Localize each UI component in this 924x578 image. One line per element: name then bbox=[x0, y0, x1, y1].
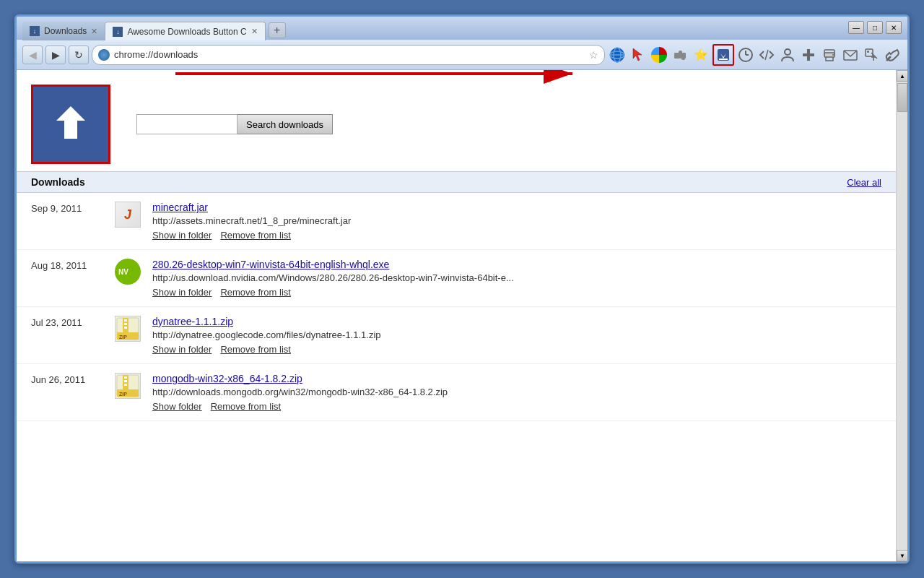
tab-awesome[interactable]: ↓ Awesome Downloads Button C ✕ bbox=[105, 22, 265, 40]
browser-window: ↓ Downloads ✕ ↓ Awesome Downloads Button… bbox=[14, 14, 910, 564]
item-url: http://us.download.nvidia.com/Windows/28… bbox=[152, 272, 881, 283]
tab-downloads-label: Downloads bbox=[44, 26, 87, 36]
history-icon[interactable] bbox=[736, 46, 755, 64]
email-icon[interactable] bbox=[841, 46, 860, 64]
download-icon-box bbox=[31, 85, 110, 164]
address-globe-icon bbox=[98, 49, 110, 61]
tag-icon[interactable] bbox=[862, 46, 881, 64]
item-actions: Show in folder Remove from list bbox=[152, 344, 881, 355]
bookmark-star-icon[interactable]: ☆ bbox=[589, 49, 598, 61]
window-controls: — □ ✕ bbox=[848, 21, 902, 34]
item-date: Jun 26, 2011 bbox=[31, 373, 103, 385]
reload-icon: ↻ bbox=[74, 49, 83, 61]
scrollbar[interactable]: ▲ ▼ bbox=[896, 70, 907, 561]
svg-rect-37 bbox=[124, 319, 127, 322]
title-bar: ↓ Downloads ✕ ↓ Awesome Downloads Button… bbox=[17, 17, 907, 40]
tab-close-awesome[interactable]: ✕ bbox=[251, 27, 258, 36]
scroll-thumb[interactable] bbox=[897, 83, 907, 112]
svg-rect-44 bbox=[124, 376, 127, 379]
item-actions: Show in folder Remove from list bbox=[152, 230, 881, 241]
maximize-button[interactable]: □ bbox=[867, 21, 883, 34]
settings-icon[interactable] bbox=[883, 46, 902, 64]
download-item: Jun 26, 2011 ZIP mongodb-win32-x86_64-1.… bbox=[17, 364, 896, 421]
item-details: minecraft.jar http://assets.minecraft.ne… bbox=[152, 202, 881, 241]
search-input[interactable] bbox=[136, 114, 237, 134]
item-filename-link[interactable]: mongodb-win32-x86_64-1.8.2.zip bbox=[152, 373, 881, 384]
developer-icon[interactable] bbox=[757, 46, 776, 64]
remove-link[interactable]: Remove from list bbox=[220, 230, 291, 241]
zip-icon-2: ZIP bbox=[115, 373, 141, 399]
address-bar[interactable]: chrome://downloads ☆ bbox=[92, 45, 605, 65]
tab-downloads[interactable]: ↓ Downloads ✕ bbox=[22, 22, 105, 40]
downloads-header-area: Search downloads bbox=[17, 70, 896, 171]
item-url: http://assets.minecraft.net/1_8_pre/mine… bbox=[152, 215, 881, 226]
item-filename-link[interactable]: dynatree-1.1.1.zip bbox=[152, 316, 881, 327]
svg-line-30 bbox=[887, 57, 890, 60]
extensions-icon[interactable] bbox=[671, 46, 689, 64]
bookmarks-icon[interactable]: ⭐ bbox=[692, 46, 710, 64]
svg-text:ZIP: ZIP bbox=[119, 335, 127, 340]
download-button-toolbar[interactable] bbox=[712, 44, 734, 66]
close-button[interactable]: ✕ bbox=[886, 21, 902, 34]
tab-awesome-label: Awesome Downloads Button C bbox=[127, 27, 246, 37]
svg-point-26 bbox=[867, 51, 869, 53]
add-icon[interactable] bbox=[799, 46, 818, 64]
tab-close-downloads[interactable]: ✕ bbox=[91, 27, 97, 36]
svg-text:NV: NV bbox=[118, 268, 128, 276]
search-area: Search downloads bbox=[136, 114, 333, 134]
item-url: http://dynatree.googlecode.com/files/dyn… bbox=[152, 329, 881, 340]
svg-line-27 bbox=[871, 53, 877, 59]
reload-button[interactable]: ↻ bbox=[69, 46, 89, 64]
item-date: Aug 18, 2011 bbox=[31, 259, 103, 271]
main-content: Search downloads Downloads Clear all Sep… bbox=[17, 70, 896, 561]
download-item: Aug 18, 2011 NV 280.26-desktop-win7-winv… bbox=[17, 250, 896, 307]
back-icon: ◀ bbox=[29, 49, 37, 61]
nav-bar: ◀ ▶ ↻ chrome://downloads ☆ bbox=[17, 40, 907, 70]
svg-rect-46 bbox=[124, 384, 127, 386]
remove-link[interactable]: Remove from list bbox=[220, 287, 291, 298]
back-button[interactable]: ◀ bbox=[22, 46, 43, 64]
svg-rect-38 bbox=[124, 323, 127, 325]
item-filename-link[interactable]: minecraft.jar bbox=[152, 202, 881, 213]
search-button[interactable]: Search downloads bbox=[237, 114, 333, 134]
downloads-section-header: Downloads Clear all bbox=[17, 171, 896, 193]
show-folder-link[interactable]: Show in folder bbox=[152, 344, 212, 355]
scroll-track[interactable] bbox=[897, 82, 907, 550]
svg-marker-31 bbox=[56, 106, 85, 139]
nvidia-icon: NV bbox=[115, 259, 141, 285]
remove-link[interactable]: Remove from list bbox=[211, 401, 282, 412]
item-actions: Show in folder Remove from list bbox=[152, 287, 881, 298]
svg-marker-4 bbox=[633, 48, 642, 61]
signin-icon[interactable] bbox=[778, 46, 797, 64]
red-arrow bbox=[103, 70, 609, 103]
clear-all-link[interactable]: Clear all bbox=[847, 177, 881, 188]
svg-point-23 bbox=[832, 54, 834, 56]
java-icon: J bbox=[115, 202, 141, 228]
show-folder-link[interactable]: Show in folder bbox=[152, 287, 212, 298]
pointer-icon[interactable] bbox=[629, 46, 648, 64]
scroll-down-button[interactable]: ▼ bbox=[897, 550, 907, 561]
scroll-up-button[interactable]: ▲ bbox=[897, 70, 907, 82]
svg-rect-39 bbox=[124, 327, 127, 329]
svg-text:ZIP: ZIP bbox=[119, 392, 127, 397]
minimize-button[interactable]: — bbox=[848, 21, 864, 34]
print-icon[interactable] bbox=[820, 46, 839, 64]
forward-icon: ▶ bbox=[52, 49, 60, 61]
chrome-icon[interactable] bbox=[650, 46, 668, 64]
item-url: http://downloads.mongodb.org/win32/mongo… bbox=[152, 387, 881, 397]
new-tab-button[interactable]: + bbox=[269, 22, 286, 38]
show-folder-link[interactable]: Show in folder bbox=[152, 230, 212, 241]
item-filename-link[interactable]: 280.26-desktop-win7-winvista-64bit-engli… bbox=[152, 259, 881, 270]
zip-icon: ZIP bbox=[115, 316, 141, 342]
ie-icon[interactable] bbox=[608, 46, 627, 64]
item-details: dynatree-1.1.1.zip http://dynatree.googl… bbox=[152, 316, 881, 355]
remove-link[interactable]: Remove from list bbox=[220, 344, 291, 355]
show-folder-link[interactable]: Show folder bbox=[152, 401, 202, 412]
section-title: Downloads bbox=[31, 176, 85, 188]
svg-rect-45 bbox=[124, 380, 127, 382]
forward-button[interactable]: ▶ bbox=[45, 46, 66, 64]
download-item: Jul 23, 2011 ZIP dynatree-1.1.1.zip http… bbox=[17, 307, 896, 364]
svg-rect-19 bbox=[803, 53, 814, 56]
svg-rect-8 bbox=[681, 56, 685, 60]
svg-rect-12 bbox=[719, 59, 728, 60]
